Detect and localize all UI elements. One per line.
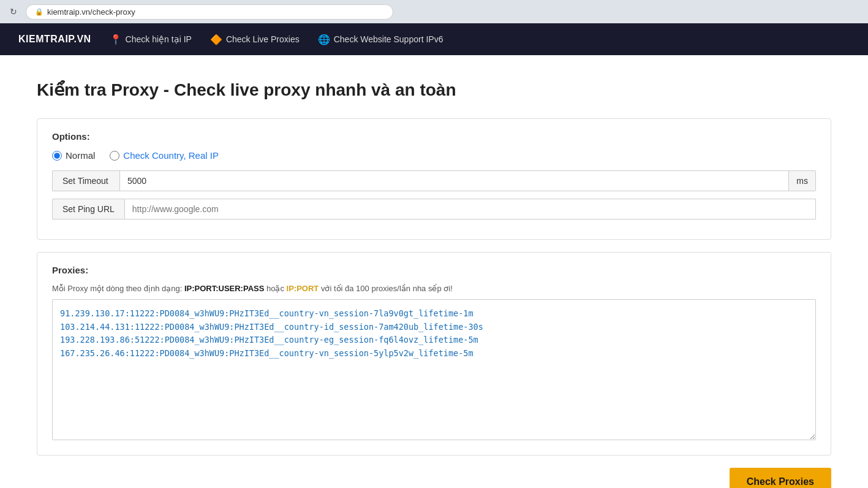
nav-check-ipv6[interactable]: 🌐 Check Website Support IPv6 — [318, 34, 443, 45]
location-icon: 📍 — [110, 34, 122, 45]
url-text: kiemtraip.vn/check-proxy — [47, 7, 135, 17]
nav-brand[interactable]: KIEMTRAIP.VN — [18, 34, 91, 45]
hint-middle: hoặc — [264, 284, 286, 293]
timeout-suffix: ms — [789, 170, 816, 191]
options-card: Options: Normal Check Country, Real IP S… — [37, 118, 831, 240]
navbar: KIEMTRAIP.VN 📍 Check hiện tại IP 🔶 Check… — [0, 23, 868, 55]
ping-url-input[interactable] — [124, 199, 816, 219]
radio-normal-label: Normal — [66, 150, 95, 161]
main-content: Kiểm tra Proxy - Check live proxy nhanh … — [0, 55, 868, 488]
proxies-label: Proxies: — [52, 265, 816, 275]
proxies-hint: Mỗi Proxy một dòng theo định dạng: IP:PO… — [52, 284, 816, 293]
hint-prefix: Mỗi Proxy một dòng theo định dạng: — [52, 284, 184, 293]
radio-normal-input[interactable] — [52, 151, 62, 161]
ping-label: Set Ping URL — [52, 199, 124, 219]
radio-country-option[interactable]: Check Country, Real IP — [110, 150, 219, 161]
nav-check-ip[interactable]: 📍 Check hiện tại IP — [110, 34, 192, 45]
lock-icon: 🔒 — [35, 8, 43, 16]
browser-chrome: ↻ 🔒 kiemtraip.vn/check-proxy — [0, 0, 868, 23]
ping-row: Set Ping URL — [52, 199, 816, 219]
nav-check-ip-label: Check hiện tại IP — [126, 34, 192, 44]
page-title: Kiểm tra Proxy - Check live proxy nhanh … — [37, 80, 831, 100]
button-row: Check Proxies — [37, 468, 831, 488]
timeout-label: Set Timeout — [52, 170, 119, 191]
check-proxies-button[interactable]: Check Proxies — [730, 468, 831, 488]
nav-check-live-proxies-label: Check Live Proxies — [226, 34, 300, 44]
radio-country-input[interactable] — [110, 151, 119, 161]
timeout-row: Set Timeout ms — [52, 170, 816, 191]
url-bar[interactable]: 🔒 kiemtraip.vn/check-proxy — [26, 4, 393, 20]
proxies-textarea[interactable] — [52, 299, 816, 440]
hint-format2: IP:PORT — [287, 284, 319, 293]
options-label: Options: — [52, 131, 816, 142]
radio-country-label: Check Country, Real IP — [123, 150, 219, 161]
radio-group: Normal Check Country, Real IP — [52, 150, 816, 161]
radio-normal-option[interactable]: Normal — [52, 150, 95, 161]
proxies-card: Proxies: Mỗi Proxy một dòng theo định dạ… — [37, 252, 831, 456]
globe-icon: 🌐 — [318, 34, 330, 45]
hint-suffix: với tối đa 100 proxies/lần nha sếp ơi! — [319, 284, 453, 293]
proxy-icon: 🔶 — [210, 34, 222, 45]
nav-check-ipv6-label: Check Website Support IPv6 — [334, 34, 443, 44]
nav-check-live-proxies[interactable]: 🔶 Check Live Proxies — [210, 34, 300, 45]
refresh-button[interactable]: ↻ — [7, 6, 20, 18]
hint-format1: IP:PORT:USER:PASS — [184, 284, 265, 293]
timeout-input[interactable] — [119, 170, 789, 191]
